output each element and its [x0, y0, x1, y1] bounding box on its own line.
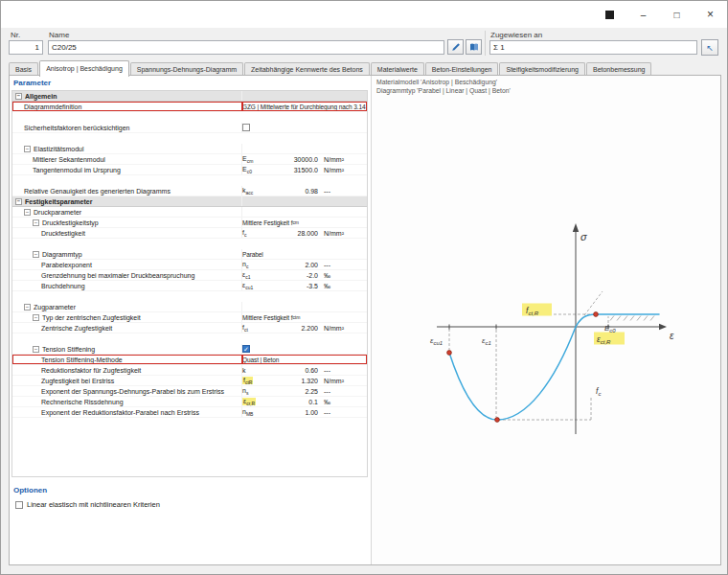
tree-collapse-icon[interactable]: − — [15, 198, 22, 205]
param-row-6[interactable]: Mittlerer SekantenmodulEcm30000.0N/mm² — [12, 154, 367, 165]
param-row-10[interactable]: −Festigkeitsparameter — [12, 196, 367, 207]
param-symbol: kacc — [242, 186, 275, 196]
param-symbol: εcr,R — [242, 397, 275, 406]
param-symbol: k — [242, 365, 275, 375]
book-icon — [469, 42, 479, 52]
param-row-16[interactable]: Parabelexponentnc2.00--- — [12, 260, 367, 270]
param-row-28[interactable]: Exponent der Spannungs-Dehnungs-Parabel … — [12, 386, 367, 397]
param-checkbox[interactable] — [242, 124, 250, 131]
param-value[interactable]: 31500.0 — [275, 167, 321, 173]
epsilon-axis-label: ε — [670, 331, 674, 341]
param-unit: --- — [321, 409, 355, 416]
edit-name-button[interactable] — [447, 39, 464, 55]
param-label: Zentrische Zugfestigkeit — [12, 323, 242, 333]
library-button[interactable] — [466, 39, 482, 55]
tree-collapse-icon[interactable]: − — [33, 346, 39, 353]
param-label: Parabelexponent — [12, 260, 242, 269]
select-assigned-button[interactable]: ↖ — [701, 39, 718, 56]
tab-7[interactable]: Betonbemessung — [586, 62, 651, 76]
param-row-30[interactable]: Exponent der Reduktionsfaktor-Parabel na… — [12, 407, 367, 418]
param-combo-value[interactable]: Quast | Beton — [242, 355, 367, 364]
minimize-button[interactable]: – — [626, 1, 660, 28]
param-row-25[interactable]: Tension Stiffening-MethodeQuast | Beton — [12, 355, 367, 365]
param-value[interactable]: 0.98 — [275, 188, 321, 195]
param-value[interactable]: -3.5 — [275, 283, 321, 289]
param-row-5[interactable]: −Elastizitätsmodul — [12, 144, 367, 154]
options-title: Optionen — [13, 486, 47, 494]
param-value[interactable]: 2.25 — [275, 388, 321, 395]
diagram-pane: Materialmodell 'Anisotrop | Beschädigung… — [372, 76, 720, 564]
param-symbol: εc1 — [242, 270, 275, 280]
select-arrow-icon: ↖ — [706, 43, 714, 53]
tab-0[interactable]: Basis — [9, 62, 38, 76]
param-value[interactable]: 2.200 — [275, 325, 321, 332]
tab-3[interactable]: Zeitabhängige Kennwerte des Betons — [244, 62, 370, 76]
tree-collapse-icon[interactable]: − — [33, 251, 39, 258]
param-value[interactable]: 1.320 — [275, 378, 321, 384]
close-button[interactable]: × — [694, 1, 727, 28]
param-value[interactable]: 1.00 — [275, 409, 321, 416]
param-value[interactable]: 28.000 — [275, 230, 321, 237]
title-bar[interactable]: – □ × — [1, 1, 727, 28]
param-row-0[interactable]: −Allgemein — [12, 91, 367, 102]
param-row-18[interactable]: Bruchdehnungεcu1-3.5‰ — [12, 281, 367, 291]
param-row-22[interactable]: Zentrische Zugfestigkeitfct2.200N/mm² — [12, 323, 367, 334]
param-unit: N/mm² — [321, 230, 355, 237]
param-label: Tangentenmodul im Ursprung — [12, 165, 242, 174]
param-symbol: fctR — [242, 376, 275, 385]
nr-input[interactable]: 1 — [9, 40, 43, 55]
param-row-15[interactable]: −DiagrammtypParabel — [12, 249, 367, 260]
tree-collapse-icon[interactable]: − — [33, 314, 39, 321]
param-combo-value[interactable]: Mittlere Festigkeit fctm — [242, 312, 367, 322]
tab-2[interactable]: Spannungs-Dehnungs-Diagramm — [130, 62, 243, 76]
option-checkbox[interactable] — [15, 501, 23, 509]
param-row-21[interactable]: −Typ der zentrischen ZugfestigkeitMittle… — [12, 312, 367, 323]
param-row-29[interactable]: Rechnerische Rissdehnungεcr,R0.1‰ — [12, 397, 367, 407]
param-row-3[interactable]: Sicherheitsfaktoren berücksichtigen — [12, 123, 367, 133]
param-label: Grenzdehnung bei maximaler Druckbeanspru… — [12, 270, 242, 280]
param-unit: N/mm² — [321, 156, 355, 163]
tab-6[interactable]: Steifigkeitsmodifizierung — [499, 62, 584, 76]
param-row-20[interactable]: −Zugparameter — [12, 302, 367, 312]
param-row-27[interactable]: Zugfestigkeit bei ErstrissfctR1.320N/mm² — [12, 376, 367, 386]
param-value[interactable]: 2.00 — [275, 262, 321, 268]
param-combo-value[interactable]: GZG | Mittelwerte für Durchbiegung nach … — [242, 102, 367, 111]
name-input[interactable]: C20/25 — [48, 40, 444, 55]
window-square-icon[interactable] — [593, 1, 626, 28]
tree-collapse-icon[interactable]: − — [33, 219, 39, 226]
param-unit: N/mm² — [321, 167, 355, 173]
param-row-11[interactable]: −Druckparameter — [12, 207, 367, 218]
param-row-9[interactable]: Relative Genauigkeit des generierten Dia… — [12, 186, 367, 196]
assigned-input[interactable]: Σ 1 — [489, 40, 697, 55]
tab-4[interactable]: Materialwerte — [371, 62, 424, 76]
name-label: Name — [49, 31, 69, 39]
param-value[interactable]: 30000.0 — [275, 156, 321, 163]
param-row-13[interactable]: Druckfestigkeitfc28.000N/mm² — [12, 228, 367, 239]
param-value[interactable]: -2.0 — [275, 272, 321, 279]
tree-collapse-icon[interactable]: − — [24, 304, 31, 310]
param-row-24[interactable]: −Tension Stiffening✓ — [12, 344, 367, 355]
param-combo-value[interactable]: Mittlere Festigkeit fcm — [242, 218, 367, 227]
param-value[interactable]: 0.1 — [275, 399, 321, 405]
param-row-7[interactable]: Tangentenmodul im UrsprungEc031500.0N/mm… — [12, 165, 367, 175]
param-row-17[interactable]: Grenzdehnung bei maximaler Druckbeanspru… — [12, 270, 367, 281]
param-checkbox[interactable]: ✓ — [242, 345, 250, 353]
epsilon-axis-arrow — [659, 324, 667, 330]
param-value[interactable]: 0.60 — [275, 367, 321, 374]
tree-collapse-icon[interactable]: − — [24, 146, 31, 152]
tab-1[interactable]: Anisotrop | Beschädigung — [39, 60, 129, 77]
tab-5[interactable]: Beton-Einstellungen — [425, 62, 499, 76]
param-row-1[interactable]: DiagrammdefinitionGZG | Mittelwerte für … — [12, 102, 367, 112]
param-combo-value[interactable]: Parabel — [242, 249, 367, 259]
option-linear-elastic[interactable]: Linear elastisch mit nichtlinearen Krite… — [15, 500, 160, 509]
param-unit: --- — [321, 188, 355, 195]
param-row-12[interactable]: −DruckfestigkeitstypMittlere Festigkeit … — [12, 218, 367, 228]
stress-strain-diagram: σ ε fct,R Ec0 εcu1 εc1 εct,R fc — [372, 76, 720, 564]
param-unit: --- — [321, 262, 355, 268]
tree-collapse-icon[interactable]: − — [15, 93, 22, 100]
tree-collapse-icon[interactable]: − — [24, 209, 31, 216]
param-row-26[interactable]: Reduktionsfaktor für Zugfestigkeitk0.60-… — [12, 365, 367, 376]
param-label: Rechnerische Rissdehnung — [12, 397, 242, 406]
maximize-button[interactable]: □ — [660, 1, 694, 28]
param-unit: N/mm² — [321, 325, 355, 332]
